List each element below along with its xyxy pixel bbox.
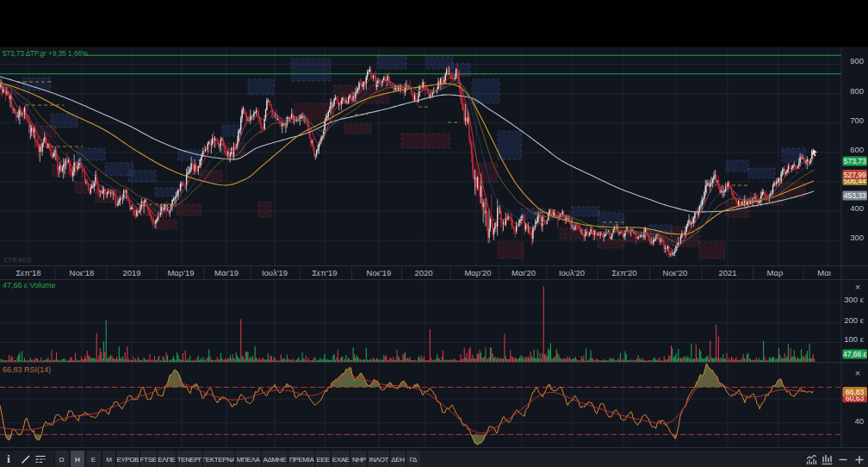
svg-text:453,33: 453,33 <box>844 191 866 200</box>
svg-text:2020: 2020 <box>414 268 432 277</box>
svg-text:527,99: 527,99 <box>844 171 866 179</box>
svg-text:300: 300 <box>850 233 864 242</box>
svg-text:800: 800 <box>850 86 864 96</box>
svg-text:Νοε'19: Νοε'19 <box>367 268 392 277</box>
svg-text:Μαρ: Μαρ <box>767 268 784 277</box>
svg-text:Μαι'19: Μαι'19 <box>214 268 239 277</box>
svg-text:2019: 2019 <box>122 268 140 277</box>
svg-text:Ιουλ'19: Ιουλ'19 <box>262 268 288 277</box>
svg-text:900: 900 <box>850 56 864 65</box>
svg-text:573,73 ΔΤΡ.gr +9,35 1,66%: 573,73 ΔΤΡ.gr +9,35 1,66% <box>3 50 88 58</box>
svg-text:Μαι: Μαι <box>817 268 831 277</box>
svg-text:66,83: 66,83 <box>846 388 865 396</box>
svg-text:600: 600 <box>850 145 864 154</box>
svg-text:200 ε: 200 ε <box>844 315 864 325</box>
svg-text:Ιουλ'20: Ιουλ'20 <box>559 268 585 277</box>
svg-text:Σεπ'18: Σεπ'18 <box>16 268 40 277</box>
svg-text:Νοε'18: Νοε'18 <box>70 268 95 277</box>
svg-text:Μαι'20: Μαι'20 <box>512 268 536 277</box>
svg-text:ZTRADE: ZTRADE <box>3 256 33 264</box>
svg-text:47,66 ε: 47,66 ε <box>843 350 867 358</box>
svg-text:×: × <box>855 368 860 378</box>
svg-text:×: × <box>855 282 860 292</box>
svg-text:40: 40 <box>854 416 864 426</box>
svg-text:Σεπ'19: Σεπ'19 <box>312 268 337 277</box>
svg-text:300 ε: 300 ε <box>844 295 864 304</box>
svg-text:47,66 ε Volume: 47,66 ε Volume <box>3 281 56 290</box>
svg-text:700: 700 <box>850 115 864 125</box>
svg-text:Μαρ'19: Μαρ'19 <box>167 268 194 277</box>
svg-text:Νοε'20: Νοε'20 <box>663 268 688 277</box>
svg-text:Σεπ'20: Σεπ'20 <box>611 268 636 277</box>
svg-text:100 ε: 100 ε <box>844 334 864 344</box>
svg-text:Μαρ'20: Μαρ'20 <box>464 268 491 277</box>
svg-text:66,83 RSI(14): 66,83 RSI(14) <box>3 365 51 374</box>
svg-text:400: 400 <box>850 203 864 213</box>
svg-text:2021: 2021 <box>718 268 736 277</box>
svg-text:573,73: 573,73 <box>844 157 866 165</box>
